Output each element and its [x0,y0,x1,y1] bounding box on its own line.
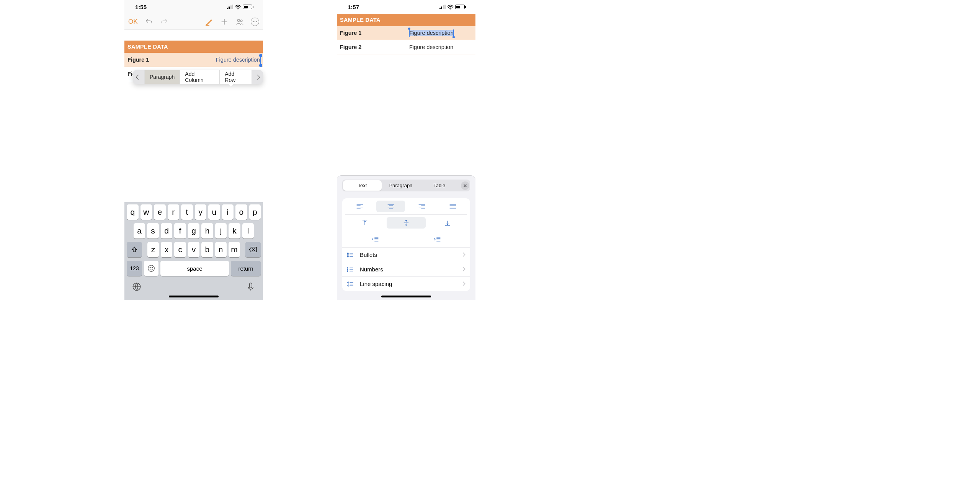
key-r[interactable]: r [168,204,180,220]
bullets-row[interactable]: Bullets [342,247,470,262]
menu-item-add-row[interactable]: Add Row [219,70,252,84]
redo-icon[interactable] [160,18,168,26]
format-panel: Text Paragraph Table [337,175,475,300]
close-panel-button[interactable] [461,181,469,190]
key-v[interactable]: v [188,242,199,257]
key-f[interactable]: f [174,223,186,238]
table-header: SAMPLE DATA [124,41,263,53]
key-s[interactable]: s [147,223,159,238]
home-indicator [169,296,219,297]
key-k[interactable]: k [229,223,240,238]
key-space[interactable]: space [160,261,229,276]
key-x[interactable]: x [161,242,172,257]
key-i[interactable]: i [222,204,234,220]
keyboard-row-4: 123 space return [126,261,262,276]
indent-icon[interactable] [407,234,467,245]
key-a[interactable]: a [134,223,145,238]
status-time: 1:57 [348,4,359,10]
globe-icon[interactable] [132,282,142,293]
key-e[interactable]: e [154,204,166,220]
svg-point-8 [450,8,451,9]
ok-button[interactable]: OK [128,18,138,26]
document-area: SAMPLE DATA Figure 1 Figure description … [124,30,263,81]
key-m[interactable]: m [229,242,240,257]
svg-point-2 [240,20,242,21]
key-c[interactable]: c [174,242,186,257]
key-z[interactable]: z [147,242,159,257]
battery-icon [455,5,465,9]
tab-text[interactable]: Text [343,180,382,191]
data-table[interactable]: SAMPLE DATA Figure 1 Figure description … [337,14,475,54]
align-left-icon[interactable] [345,201,374,212]
menu-prev-icon[interactable] [133,70,144,84]
table-row[interactable]: Figure 2 Figure description [337,40,475,54]
table-row[interactable]: Figure 1 Figure description [337,26,475,40]
key-g[interactable]: g [188,223,200,238]
mic-icon[interactable] [246,282,256,293]
plus-icon[interactable] [220,18,229,26]
pencil-icon[interactable] [205,18,213,26]
svg-text:3: 3 [347,270,348,272]
undo-icon[interactable] [145,18,153,26]
key-o[interactable]: o [235,204,247,220]
key-n[interactable]: n [215,242,227,257]
tab-paragraph[interactable]: Paragraph [382,180,420,191]
tab-table[interactable]: Table [420,180,459,191]
key-t[interactable]: t [181,204,193,220]
key-numbers[interactable]: 123 [127,261,142,276]
key-l[interactable]: l [242,223,254,238]
key-shift[interactable] [127,242,142,257]
keyboard-footer [126,279,262,294]
row-label: Figure 2 [337,40,406,54]
vertical-align-row [342,215,470,231]
key-return[interactable]: return [231,261,261,276]
key-b[interactable]: b [201,242,213,257]
row-value-cell[interactable]: Figure description [194,53,263,67]
svg-point-3 [148,265,155,272]
chevron-right-icon [462,281,466,287]
key-p[interactable]: p [249,204,261,220]
key-u[interactable]: u [208,204,220,220]
line-spacing-row[interactable]: Line spacing [342,276,470,291]
align-center-icon[interactable] [376,201,405,212]
key-h[interactable]: h [201,223,213,238]
wifi-icon [235,5,241,10]
svg-point-4 [150,267,150,268]
table-header: SAMPLE DATA [337,14,475,26]
align-right-icon[interactable] [407,201,436,212]
people-icon[interactable] [235,18,244,26]
align-justify-icon[interactable] [438,201,467,212]
menu-item-add-column[interactable]: Add Column [180,70,219,84]
selected-text: Figure description [409,30,454,36]
key-w[interactable]: w [140,204,152,220]
valign-middle-icon[interactable] [387,217,426,229]
svg-point-0 [237,8,238,9]
line-spacing-label: Line spacing [360,281,462,287]
key-y[interactable]: y [195,204,207,220]
key-q[interactable]: q [127,204,139,220]
key-j[interactable]: j [215,223,227,238]
key-backspace[interactable] [245,242,261,257]
format-tabs: Text Paragraph Table [342,180,470,191]
phone-right: 1:57 SAMPLE DATA Figure 1 Figure descrip… [337,0,475,300]
row-label: Figure 1 [124,53,194,67]
row-value-cell[interactable]: Figure description [406,26,475,40]
valign-top-icon[interactable] [345,217,384,229]
popover-caret [228,83,234,87]
bullets-label: Bullets [360,252,462,258]
table-row[interactable]: Figure 1 Figure description [124,53,263,67]
svg-rect-7 [250,283,252,288]
menu-next-icon[interactable] [252,70,263,84]
status-bar: 1:57 [337,0,475,14]
keyboard-row-3: z x c v b n m [126,242,262,257]
outdent-icon[interactable] [345,234,405,245]
status-icons [227,5,253,10]
key-d[interactable]: d [161,223,173,238]
menu-item-paragraph[interactable]: Paragraph [144,70,180,84]
numbers-row[interactable]: 123 Numbers [342,262,470,276]
row-label: Figure 1 [337,26,406,40]
svg-point-9 [347,253,348,254]
key-emoji[interactable] [144,261,158,276]
more-icon[interactable] [251,18,259,26]
valign-bottom-icon[interactable] [428,217,467,229]
